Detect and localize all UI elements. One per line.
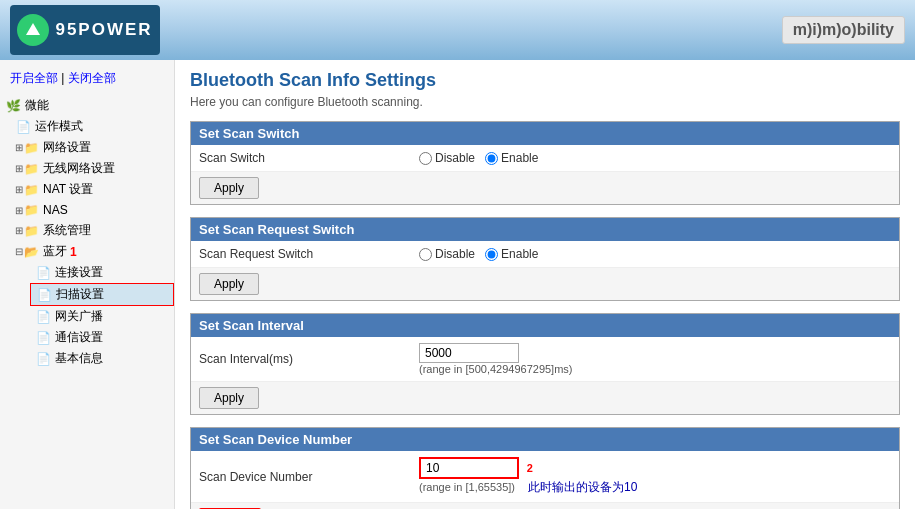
badge-1: 1 [70, 245, 77, 259]
sidebar-item-wifi[interactable]: ⊞ 📁 无线网络设置 [10, 158, 174, 179]
scan-request-switch-label: Scan Request Switch [199, 247, 419, 261]
header: 95POWER m)i)m)o)bility [0, 0, 915, 60]
scan-switch-apply-button[interactable]: Apply [199, 177, 259, 199]
scan-switch-disable-label[interactable]: Disable [419, 151, 475, 165]
expand-icon4: ⊞ [15, 205, 23, 216]
doc-icon6: 📄 [35, 351, 51, 367]
section-scan-switch-body: Scan Switch Disable Enable App [191, 145, 899, 204]
scan-interval-label: Scan Interval(ms) [199, 352, 419, 366]
sidebar-item-operate-mode[interactable]: 📄 运作模式 [10, 116, 174, 137]
scan-device-number-input[interactable] [419, 457, 519, 479]
page-title: Bluetooth Scan Info Settings [190, 70, 900, 91]
scan-interval-apply-row: Apply [191, 382, 899, 414]
scan-interval-value: (range in [500,4294967295]ms) [419, 343, 891, 375]
sidebar: 开启全部 | 关闭全部 🌿 微能 📄 运作模式 ⊞ 📁 网络设置 ⊞ 📁 无线网… [0, 60, 175, 509]
folder-icon4: 📁 [23, 202, 39, 218]
sidebar-item-sysadmin[interactable]: ⊞ 📁 系统管理 [10, 220, 174, 241]
section-scan-device-number: Set Scan Device Number Scan Device Numbe… [190, 427, 900, 509]
close-all-link[interactable]: 关闭全部 [68, 71, 116, 85]
scan-switch-value: Disable Enable [419, 151, 891, 165]
scan-switch-label: Scan Switch [199, 151, 419, 165]
sidebar-item-weinen[interactable]: 🌿 微能 [0, 95, 174, 116]
sidebar-item-network[interactable]: ⊞ 📁 网络设置 [10, 137, 174, 158]
expand-icon2: ⊞ [15, 163, 23, 174]
scan-request-switch-radio-group: Disable Enable [419, 247, 538, 261]
scan-interval-apply-button[interactable]: Apply [199, 387, 259, 409]
folder-icon3: 📁 [23, 182, 39, 198]
folder-icon: 📁 [23, 140, 39, 156]
sidebar-item-nas[interactable]: ⊞ 📁 NAS [10, 200, 174, 220]
scan-device-annotation: 此时输出的设备为10 [528, 480, 637, 494]
expand-icon5: ⊞ [15, 225, 23, 236]
expand-icon3: ⊞ [15, 184, 23, 195]
scan-request-switch-apply-button[interactable]: Apply [199, 273, 259, 295]
sidebar-top: 开启全部 | 关闭全部 [0, 65, 174, 95]
content: Bluetooth Scan Info Settings Here you ca… [175, 60, 915, 509]
scan-switch-disable-radio[interactable] [419, 152, 432, 165]
doc-icon5: 📄 [35, 330, 51, 346]
scan-interval-input[interactable] [419, 343, 519, 363]
sidebar-item-gateway-broadcast[interactable]: 📄 网关广播 [30, 306, 174, 327]
section-scan-request-switch: Set Scan Request Switch Scan Request Swi… [190, 217, 900, 301]
page-description: Here you can configure Bluetooth scannin… [190, 95, 900, 109]
sidebar-item-bluetooth[interactable]: ⊟ 📂 蓝牙 1 [10, 241, 174, 262]
logo-icon [17, 14, 49, 46]
section-scan-interval-header: Set Scan Interval [191, 314, 899, 337]
sidebar-item-nat[interactable]: ⊞ 📁 NAT 设置 [10, 179, 174, 200]
scan-switch-apply-row: Apply [191, 172, 899, 204]
sidebar-item-connect-settings[interactable]: 📄 连接设置 [30, 262, 174, 283]
main-layout: 开启全部 | 关闭全部 🌿 微能 📄 运作模式 ⊞ 📁 网络设置 ⊞ 📁 无线网… [0, 60, 915, 509]
scan-request-switch-apply-row: Apply [191, 268, 899, 300]
scan-request-switch-row: Scan Request Switch Disable Enable [191, 241, 899, 268]
doc-icon2: 📄 [35, 265, 51, 281]
folder-icon5: 📁 [23, 223, 39, 239]
scan-device-number-value: 2 (range in [1,65535]) 此时输出的设备为10 [419, 457, 891, 496]
scan-device-number-row: Scan Device Number 2 (range in [1,65535]… [191, 451, 899, 503]
scan-request-disable-radio[interactable] [419, 248, 432, 261]
scan-device-number-label: Scan Device Number [199, 470, 419, 484]
scan-device-number-hint: (range in [1,65535]) 此时输出的设备为10 [419, 479, 637, 496]
brand-badge: m)i)m)o)bility [782, 16, 905, 44]
scan-request-disable-label[interactable]: Disable [419, 247, 475, 261]
logo: 95POWER [10, 5, 160, 55]
badge-2: 2 [527, 462, 533, 474]
section-scan-request-switch-header: Set Scan Request Switch [191, 218, 899, 241]
scan-request-switch-value: Disable Enable [419, 247, 891, 261]
expand-icon: ⊞ [15, 142, 23, 153]
doc-icon: 📄 [15, 119, 31, 135]
svg-marker-0 [26, 23, 40, 35]
logo-box: 95POWER [10, 5, 160, 55]
sidebar-section: 📄 运作模式 ⊞ 📁 网络设置 ⊞ 📁 无线网络设置 ⊞ 📁 NAT 设置 ⊞ … [0, 116, 174, 369]
doc-icon3: 📄 [36, 287, 52, 303]
leaf-icon: 🌿 [5, 98, 21, 114]
folder-icon2: 📁 [23, 161, 39, 177]
folder-icon6: 📂 [23, 244, 39, 260]
section-scan-device-number-body: Scan Device Number 2 (range in [1,65535]… [191, 451, 899, 509]
open-all-link[interactable]: 开启全部 [10, 71, 58, 85]
scan-request-enable-label[interactable]: Enable [485, 247, 538, 261]
section-scan-switch-header: Set Scan Switch [191, 122, 899, 145]
scan-device-number-input-group: 2 (range in [1,65535]) 此时输出的设备为10 [419, 457, 637, 496]
scan-device-number-apply-row: Apply 3 [191, 503, 899, 509]
section-scan-request-switch-body: Scan Request Switch Disable Enable [191, 241, 899, 300]
section-scan-interval: Set Scan Interval Scan Interval(ms) (ran… [190, 313, 900, 415]
section-scan-device-number-header: Set Scan Device Number [191, 428, 899, 451]
scan-interval-row: Scan Interval(ms) (range in [500,4294967… [191, 337, 899, 382]
section-scan-interval-body: Scan Interval(ms) (range in [500,4294967… [191, 337, 899, 414]
expand-icon6: ⊟ [15, 246, 23, 257]
sidebar-item-scan-settings[interactable]: 📄 扫描设置 [30, 283, 174, 306]
logo-text: 95POWER [55, 20, 152, 40]
scan-request-enable-radio[interactable] [485, 248, 498, 261]
sidebar-item-comm-settings[interactable]: 📄 通信设置 [30, 327, 174, 348]
scan-switch-enable-label[interactable]: Enable [485, 151, 538, 165]
scan-switch-row: Scan Switch Disable Enable [191, 145, 899, 172]
bluetooth-submenu: 📄 连接设置 📄 扫描设置 📄 网关广播 📄 通信设置 📄 基本信 [10, 262, 174, 369]
doc-icon4: 📄 [35, 309, 51, 325]
scan-interval-input-group: (range in [500,4294967295]ms) [419, 343, 573, 375]
scan-switch-enable-radio[interactable] [485, 152, 498, 165]
scan-switch-radio-group: Disable Enable [419, 151, 538, 165]
sidebar-item-basic-info[interactable]: 📄 基本信息 [30, 348, 174, 369]
section-scan-switch: Set Scan Switch Scan Switch Disable Enab… [190, 121, 900, 205]
scan-interval-hint: (range in [500,4294967295]ms) [419, 363, 573, 375]
